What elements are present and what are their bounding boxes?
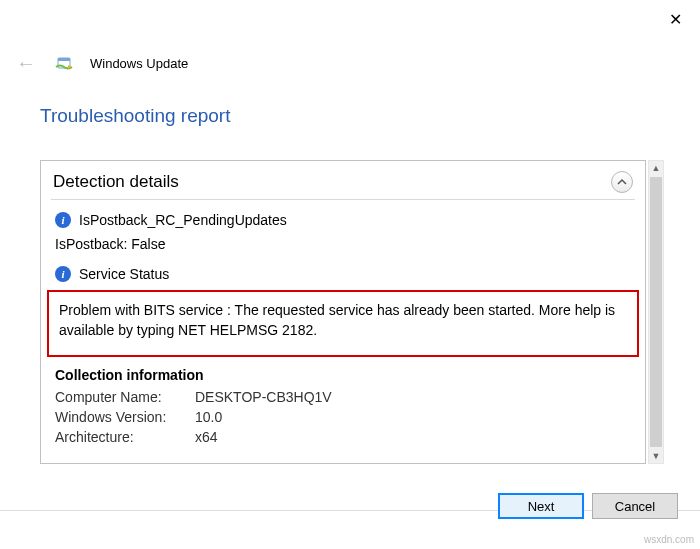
table-row: Windows Version: 10.0 xyxy=(41,407,645,427)
ispostback-value: IsPostback: False xyxy=(41,232,645,262)
scroll-up-icon[interactable]: ▲ xyxy=(652,163,661,173)
window-title: Windows Update xyxy=(90,56,188,71)
vertical-scrollbar[interactable]: ▲ ▼ xyxy=(648,160,664,464)
detection-details-title: Detection details xyxy=(53,172,179,192)
close-icon[interactable]: ✕ xyxy=(669,10,682,29)
cancel-button[interactable]: Cancel xyxy=(592,493,678,519)
architecture-label: Architecture: xyxy=(55,429,195,445)
scroll-down-icon[interactable]: ▼ xyxy=(652,451,661,461)
svg-rect-1 xyxy=(58,58,70,61)
info-icon: i xyxy=(55,266,71,282)
collection-information-title: Collection information xyxy=(41,363,645,387)
detection-item-label: Service Status xyxy=(79,266,169,282)
detection-item-label: IsPostback_RC_PendingUpdates xyxy=(79,212,287,228)
content-region: Detection details i IsPostback_RC_Pendin… xyxy=(40,160,664,464)
table-row: Computer Name: DESKTOP-CB3HQ1V xyxy=(41,387,645,407)
wizard-header: ← Windows Update xyxy=(0,0,700,75)
windows-update-icon xyxy=(54,55,74,73)
detection-section-header: Detection details xyxy=(41,161,645,199)
wizard-buttons: Next Cancel xyxy=(498,493,678,519)
watermark: wsxdn.com xyxy=(644,534,694,545)
page-title: Troubleshooting report xyxy=(0,75,700,127)
windows-version-label: Windows Version: xyxy=(55,409,195,425)
computer-name-label: Computer Name: xyxy=(55,389,195,405)
scroll-thumb[interactable] xyxy=(650,177,662,447)
detection-item-servicestatus: i Service Status xyxy=(41,262,645,286)
details-panel: Detection details i IsPostback_RC_Pendin… xyxy=(40,160,646,464)
detection-item-pendingupdates: i IsPostback_RC_PendingUpdates xyxy=(41,208,645,232)
windows-version-value: 10.0 xyxy=(195,409,222,425)
back-arrow-icon[interactable]: ← xyxy=(14,52,38,75)
computer-name-value: DESKTOP-CB3HQ1V xyxy=(195,389,332,405)
problem-message: Problem with BITS service : The requeste… xyxy=(47,290,639,357)
divider xyxy=(51,199,635,200)
collapse-chevron-icon[interactable] xyxy=(611,171,633,193)
next-button[interactable]: Next xyxy=(498,493,584,519)
info-icon: i xyxy=(55,212,71,228)
table-row: Architecture: x64 xyxy=(41,427,645,447)
architecture-value: x64 xyxy=(195,429,218,445)
